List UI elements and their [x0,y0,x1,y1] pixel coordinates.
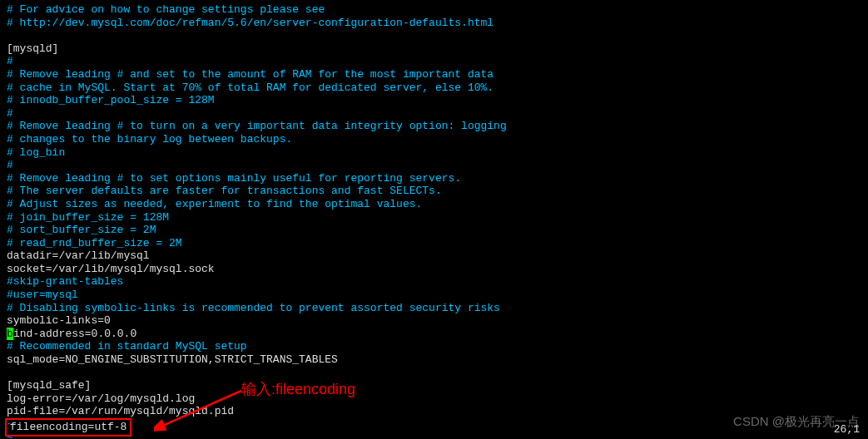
terminal-line: symbolic-links=0 [7,314,861,328]
terminal-line: [mysqld_safe] [7,379,861,392]
terminal-line: #user=mysql [7,289,861,302]
terminal-line: # Disabling symbolic-links is recommende… [7,302,861,315]
terminal-output: # For advice on how to change settings p… [0,0,868,439]
terminal-line: # [7,159,861,172]
terminal-line [7,367,861,380]
terminal-line: # For advice on how to change settings p… [7,3,861,17]
terminal-line: # join_buffer_size = 128M [7,211,861,224]
terminal-line: # changes to the binary log between back… [7,133,861,146]
terminal-line: socket=/var/lib/mysql/mysql.sock [7,263,861,276]
terminal-line: sql_mode=NO_ENGINE_SUBSTITUTION,STRICT_T… [7,353,861,367]
terminal-line: ~ [7,432,861,439]
terminal-line: # Remove leading # to set options mainly… [7,172,861,185]
vim-command-line[interactable]: fileencoding=utf-8 [5,418,131,437]
terminal-line: # innodb_buffer_pool_size = 128M [7,94,861,107]
terminal-line: # read_rnd_buffer_size = 2M [7,237,861,250]
terminal-line: # sort_buffer_size = 2M [7,224,861,237]
terminal-line: # Recommended in standard MySQL setup [7,340,861,353]
terminal-line: # log_bin [7,146,861,160]
terminal-line: # http://dev.mysql.com/doc/refman/5.6/en… [7,17,861,30]
terminal-line: [mysqld] [7,42,861,56]
terminal-line: datadir=/var/lib/mysql [7,249,861,263]
terminal-line: # Adjust sizes as needed, experiment to … [7,198,861,211]
annotation-label: 输入:fileencoding [241,381,355,399]
terminal-line [7,29,861,42]
terminal-line: # Remove leading # to turn on a very imp… [7,120,861,133]
terminal-line: # [7,107,861,121]
terminal-line: # cache in MySQL. Start at 70% of total … [7,81,861,95]
cursor-position: 26,1 [834,423,860,437]
terminal-line: bind-address=0.0.0.0 [7,328,861,341]
terminal-line: # Remove leading # and set to the amount… [7,68,861,81]
terminal-line: log-error=/var/log/mysqld.log [7,392,861,406]
terminal-line: # The server defaults are faster for tra… [7,185,861,198]
terminal-line: #skip-grant-tables [7,275,861,289]
terminal-line: # [7,55,861,68]
